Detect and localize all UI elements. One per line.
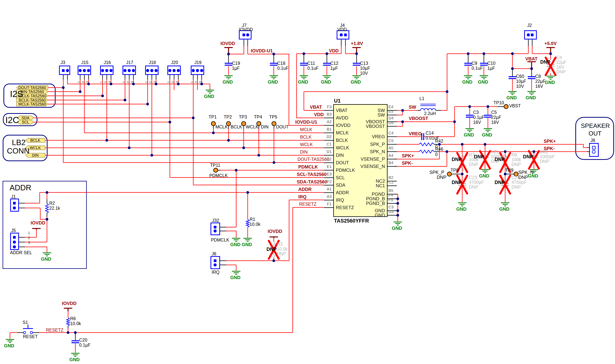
label-iovdd: IOVDD [221,41,235,46]
ic-pin-num-D2: D2 [322,135,332,139]
junction-dot [62,86,65,89]
label-3: 3 [153,81,157,83]
ic-pin-num-B4: B4 [388,161,393,165]
label-dnp: DNP [474,154,484,159]
junction-dot [401,120,404,123]
ground-symbol [465,129,474,132]
label-dnp: DNP [511,185,521,189]
label-speaker: SPEAKER [581,123,610,129]
ic-pin-num-F5: F5 [388,198,393,202]
gnd-label: GND [528,173,538,178]
label-tp3: TP3 [239,115,247,119]
label-c11: C11 [307,61,315,65]
label-3: 3 [176,81,179,83]
ic-pin-name-sw: SW [337,113,385,117]
label-spk: SPK- [402,161,413,165]
junction-dot [467,52,470,55]
capacitor-symbol [480,63,488,65]
label-1: 1 [122,81,126,83]
ground-symbol [243,238,252,241]
label-iovdd-u1: IOVDD-U1 [251,48,273,53]
label-addr-sel: ADDR SEL [10,250,32,255]
junction-dot [468,105,471,108]
testpoint-TP3 [242,121,246,126]
junction-dot [128,146,131,149]
label-dnp: DNP [518,175,528,180]
ground-symbol [546,76,555,79]
gnd-label: GND [230,275,240,280]
label-4700pf: 4700pF [511,180,526,185]
gnd-label: GND [268,79,278,84]
junction-dot [200,83,203,85]
ic-pin-num-A1: A1 [322,187,332,191]
gnd-label: GND [321,79,331,84]
label-c21: C21 [491,150,499,154]
connector-J8 [589,143,598,156]
gnd-label: GND [479,173,489,178]
gnd-label: GND [482,132,492,137]
ic-pin-num-F3: F3 [322,105,332,109]
testpoint-TP5 [272,121,276,126]
ic-pin-name-spk-p: SPK_P [337,142,385,147]
ic-pin-num-D4: D4 [388,116,393,120]
ic-pin-name-vreg: VREG [337,134,385,139]
ic-pin-name-pgnd-b: PGND_B [337,201,385,206]
label-tp10: TP10 [494,100,504,105]
inductor-L1 [420,104,436,110]
label-j3: J3 [61,60,65,65]
label-tp2: TP2 [224,115,232,119]
label-l1: L1 [419,96,424,101]
capacitor-symbol [300,63,308,65]
label-16v: 16V [491,120,499,125]
label-dnp: DNP [452,180,462,185]
label-2: 2 [171,81,175,83]
label-2: 2 [82,81,85,83]
connector-J5 [11,233,19,249]
ic-pin-num-D5: D5 [388,121,393,125]
label-10µf: 10µF [360,66,370,71]
junction-dot [124,99,126,101]
testpoint-TP10 [504,104,508,109]
connector-J15 [78,66,91,75]
ic-pin-num-A5: A5 [388,146,393,150]
ic-pin-num-D3: D3 [388,209,393,214]
ic-pin-num-C4: C4 [388,131,393,135]
label-c5: C5 [491,110,497,115]
label-irq: IRQ [212,270,220,274]
label-din: DIN [300,150,308,154]
label-out: OUT [589,130,602,137]
label-2.2uh: 2.2uH [424,111,436,116]
junction-dot [79,90,81,93]
label-dnp: DNP [469,185,478,189]
label-r3: R3 [277,242,282,247]
resistor-symbol [246,220,249,227]
ic-pin-num-C1: C1 [322,142,332,146]
ic-pin-num-B3: B3 [322,112,332,116]
label-dnp: DNP [277,251,286,256]
ic-pin-num-E4: E4 [388,105,393,109]
capacitor-symbol [509,77,516,78]
ground-symbol [300,76,308,79]
label-22µf: 22µF [491,115,501,120]
label-c3: C3 [473,110,479,115]
label-dnp: DNP [495,157,505,162]
gnd-label: GND [545,80,555,85]
gnd-label: GND [204,94,214,99]
label-tp1: TP1 [209,115,217,119]
junction-dot [227,53,230,55]
capacitor-symbol-C14 [422,133,424,140]
ic-pin-name-spk-n: SPK_N [337,149,385,154]
label-j17: J17 [126,60,133,65]
junction-dot [355,52,358,55]
label-10.0k: 10.0k [277,247,288,251]
ground-symbol [232,238,240,241]
label-dout: DOUT [276,125,288,129]
junction-dot [177,83,180,85]
label-+5.0v: +5.0V [544,41,557,46]
label-lb2: LB2 [12,138,26,146]
label-c9: C9 [471,61,477,65]
switch-S1[interactable] [23,325,33,334]
junction-dot [192,117,195,119]
junction-dot [146,103,149,105]
ic-pin-num-A4: A4 [388,153,393,157]
